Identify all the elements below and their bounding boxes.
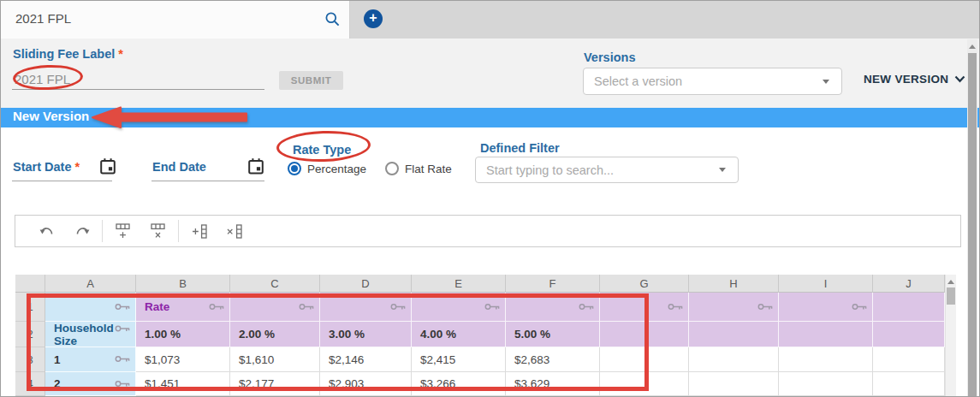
defined-filter-select[interactable]: Start typing to search... xyxy=(475,157,739,183)
start-date-calendar-icon[interactable] xyxy=(99,157,116,179)
cell-H2[interactable] xyxy=(689,322,779,347)
column-header-C[interactable]: C xyxy=(230,275,320,293)
delete-row-icon[interactable] xyxy=(140,216,175,246)
column-header-I[interactable]: I xyxy=(779,275,873,293)
cell-A1[interactable] xyxy=(45,293,136,322)
submit-button[interactable]: SUBMIT xyxy=(279,71,343,90)
app-window: 2021 FPL + Sliding Fee Label * 2021 FPL … xyxy=(0,0,980,397)
delete-column-icon[interactable] xyxy=(217,216,252,246)
column-header-D[interactable]: D xyxy=(320,275,412,293)
cell-C4[interactable]: $2,177 xyxy=(230,372,320,396)
column-header-F[interactable]: F xyxy=(506,275,600,293)
key-icon xyxy=(115,323,131,335)
cell-J3[interactable] xyxy=(873,347,945,372)
column-header-E[interactable]: E xyxy=(412,275,506,293)
key-icon xyxy=(484,300,501,313)
cell-D2[interactable]: 3.00 % xyxy=(320,322,412,347)
required-marker: * xyxy=(75,160,80,174)
row-number-4[interactable]: 4 xyxy=(15,372,45,396)
cell-I4[interactable] xyxy=(779,372,873,396)
cell-I2[interactable] xyxy=(779,322,873,347)
key-icon xyxy=(115,377,131,390)
cell-B3[interactable]: $1,073 xyxy=(136,347,230,372)
search-icon[interactable] xyxy=(324,11,341,31)
cell-B1[interactable]: Rate xyxy=(136,293,230,322)
cell-H4[interactable] xyxy=(689,372,779,396)
cell-F3[interactable]: $2,683 xyxy=(506,347,600,372)
sliding-fee-input-underline xyxy=(12,89,264,90)
key-icon xyxy=(852,300,868,313)
row-number-1[interactable]: 1 xyxy=(15,293,45,322)
column-header-B[interactable]: B xyxy=(136,275,230,293)
end-date-label: End Date xyxy=(152,160,206,174)
grid-corner-cell[interactable] xyxy=(15,275,45,293)
cell-text: $2,683 xyxy=(514,353,549,366)
sliding-fee-input[interactable]: 2021 FPL xyxy=(15,72,70,86)
cell-J4[interactable] xyxy=(873,372,945,396)
cell-C1[interactable] xyxy=(230,293,320,322)
cell-text: 4.00 % xyxy=(420,328,456,341)
cell-C2[interactable]: 2.00 % xyxy=(230,322,320,347)
column-header-J[interactable]: J xyxy=(873,275,945,293)
cell-G3[interactable] xyxy=(600,347,689,372)
page-scrollbar[interactable] xyxy=(967,39,977,396)
tab-2021-fpl[interactable]: 2021 FPL xyxy=(1,1,350,39)
cell-G2[interactable] xyxy=(600,322,689,347)
cell-E3[interactable]: $2,415 xyxy=(412,347,506,372)
column-header-H[interactable]: H xyxy=(689,275,779,293)
cell-text: $3,266 xyxy=(420,377,455,390)
cell-E4[interactable]: $3,266 xyxy=(412,372,506,396)
row-number-3[interactable]: 3 xyxy=(15,347,45,372)
cell-J2[interactable] xyxy=(873,322,945,347)
cell-F1[interactable] xyxy=(506,293,600,322)
cell-I3[interactable] xyxy=(779,347,873,372)
cell-F4[interactable]: $3,629 xyxy=(506,372,600,396)
key-icon xyxy=(299,300,315,313)
undo-icon[interactable] xyxy=(29,216,64,246)
cell-H1[interactable] xyxy=(689,293,779,322)
sheet-toolbar xyxy=(15,215,961,247)
cell-G1[interactable] xyxy=(600,293,689,322)
cell-E2[interactable]: 4.00 % xyxy=(412,322,506,347)
page-scrollbar-thumb[interactable] xyxy=(968,53,977,396)
cell-E1[interactable] xyxy=(412,293,506,322)
start-date-input[interactable] xyxy=(12,181,112,181)
cell-A4[interactable]: 2 xyxy=(45,372,136,396)
cell-G4[interactable] xyxy=(600,372,689,396)
cell-C3[interactable]: $1,610 xyxy=(230,347,320,372)
sheet-scrollbar[interactable] xyxy=(945,275,956,396)
column-header-A[interactable]: A xyxy=(45,275,136,293)
insert-row-icon[interactable] xyxy=(105,216,140,246)
key-icon xyxy=(115,300,131,313)
key-icon xyxy=(668,300,684,313)
key-icon xyxy=(579,300,595,313)
row-number-2[interactable]: 2 xyxy=(15,322,45,347)
cell-H3[interactable] xyxy=(689,347,779,372)
cell-A3[interactable]: 1 xyxy=(45,347,136,372)
sheet-scrollbar-thumb[interactable] xyxy=(947,287,955,305)
cell-D1[interactable] xyxy=(320,293,412,322)
new-version-button[interactable]: NEW VERSION xyxy=(864,73,965,86)
cell-F2[interactable]: 5.00 % xyxy=(506,322,600,347)
add-tab-button[interactable]: + xyxy=(364,9,383,28)
column-header-G[interactable]: G xyxy=(600,275,689,293)
cell-J1[interactable] xyxy=(873,293,945,322)
cell-A2[interactable]: Household Size xyxy=(45,322,136,347)
insert-column-icon[interactable] xyxy=(181,216,217,246)
radio-percentage[interactable]: Percentage xyxy=(288,162,366,175)
cell-D3[interactable]: $2,146 xyxy=(320,347,412,372)
end-date-input[interactable] xyxy=(151,181,264,181)
toolbar-separator xyxy=(178,220,179,242)
redo-icon[interactable] xyxy=(64,216,99,246)
radio-flat-rate[interactable]: Flat Rate xyxy=(385,162,452,175)
versions-select[interactable]: Select a version xyxy=(583,68,842,95)
cell-B2[interactable]: 1.00 % xyxy=(136,322,230,347)
end-date-calendar-icon[interactable] xyxy=(247,157,264,179)
cell-I1[interactable] xyxy=(779,293,873,322)
cell-B4[interactable]: $1,451 xyxy=(136,372,230,396)
scroll-up-icon[interactable] xyxy=(947,280,954,284)
cell-D4[interactable]: $2,903 xyxy=(320,372,412,396)
start-date-label: Start Date * xyxy=(13,160,80,174)
chevron-down-icon xyxy=(954,75,965,83)
scroll-up-icon[interactable] xyxy=(969,44,976,49)
